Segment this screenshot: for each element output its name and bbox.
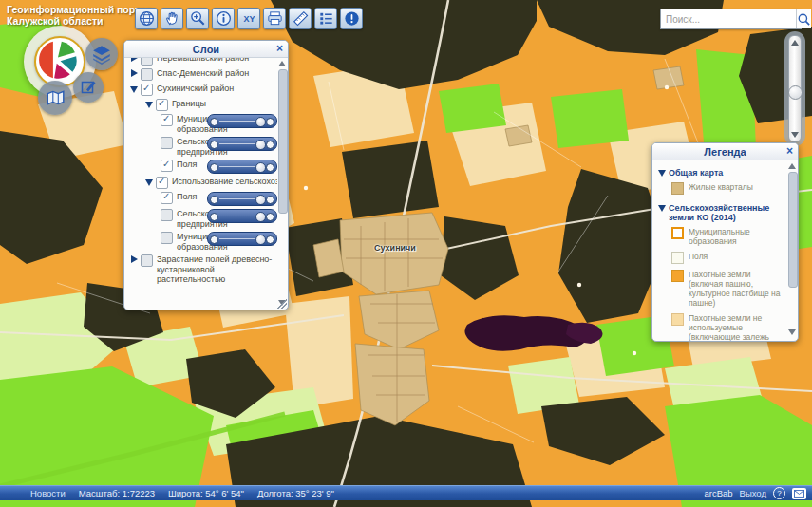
layers-close-icon[interactable]: × (276, 42, 283, 56)
opacity-slider[interactable] (207, 137, 277, 151)
layer-checkbox[interactable] (161, 137, 173, 149)
slider-min-button[interactable] (210, 235, 218, 244)
opacity-slider[interactable] (207, 160, 277, 174)
slider-max-button[interactable] (266, 213, 274, 221)
overview-globe-button[interactable] (135, 8, 158, 29)
search-icon (797, 12, 811, 27)
layer-checkbox[interactable] (141, 84, 153, 96)
scrollbar-thumb[interactable] (788, 172, 798, 288)
print-button[interactable] (263, 8, 286, 29)
legend-close-icon[interactable]: × (786, 144, 793, 159)
xy-coordinates-button[interactable]: XY (237, 8, 260, 29)
zoom-slider[interactable] (788, 35, 802, 142)
pan-button[interactable] (161, 8, 183, 29)
collapse-arrow-icon[interactable] (145, 178, 153, 186)
slider-min-button[interactable] (210, 163, 218, 172)
layer-checkbox[interactable] (161, 160, 173, 172)
expand-arrow-icon[interactable] (130, 255, 138, 264)
layer-checkbox[interactable] (141, 68, 153, 81)
slider-thumb[interactable] (255, 195, 266, 205)
alerts-button[interactable] (340, 8, 363, 29)
legend-scrollbar[interactable] (787, 161, 797, 337)
layer-row-fields-2[interactable]: Поля (128, 192, 277, 206)
collapse-arrow-icon (658, 168, 666, 177)
layer-row-agri-enterprises-2[interactable]: Сельскохозяйственные предприятия (128, 209, 277, 229)
legend-list-button[interactable] (314, 8, 337, 29)
opacity-slider[interactable] (207, 114, 277, 128)
slider-max-button[interactable] (266, 141, 274, 149)
help-icon[interactable]: ? (773, 487, 785, 499)
slider-thumb[interactable] (255, 140, 266, 150)
layer-checkbox[interactable] (156, 99, 168, 111)
scrollbar-thumb[interactable] (278, 69, 288, 214)
search-input[interactable] (661, 9, 796, 28)
legend-section-agri[interactable]: Сельскохозяйственные земли КО (2014) (658, 203, 785, 223)
layers-panel-title: Слои (124, 44, 288, 55)
layer-row-sukhinichi[interactable]: Сухиничский район (128, 84, 277, 96)
logout-link[interactable]: Выход (740, 488, 766, 498)
slider-max-button[interactable] (266, 163, 274, 172)
layer-checkbox[interactable] (141, 58, 153, 66)
slider-max-button[interactable] (266, 118, 274, 126)
search-button[interactable] (796, 9, 811, 28)
opacity-slider[interactable] (207, 209, 277, 223)
layers-panel-titlebar[interactable]: Слои × (124, 41, 288, 58)
printer-icon (266, 9, 284, 28)
slider-min-button[interactable] (210, 196, 218, 204)
collapse-arrow-icon[interactable] (130, 84, 138, 93)
zoom-slider-knob[interactable] (788, 85, 803, 100)
slider-max-button[interactable] (266, 235, 274, 244)
layer-row-municipal[interactable]: Муниципальные образования (128, 114, 277, 134)
layer-row-peremyshl[interactable]: Перемышльский район (128, 58, 277, 66)
collapse-arrow-icon[interactable] (145, 100, 153, 108)
layer-row-land-use[interactable]: Использование сельскохозяйственных (128, 177, 277, 189)
layer-row-borders[interactable]: Границы (128, 99, 277, 111)
slider-min-button[interactable] (210, 213, 218, 221)
scroll-up-arrow-icon[interactable] (278, 61, 286, 66)
mail-icon[interactable] (792, 488, 806, 499)
opacity-slider[interactable] (207, 192, 277, 206)
slider-thumb[interactable] (255, 212, 266, 222)
news-link[interactable]: Новости (30, 488, 66, 498)
layer-row-fields[interactable]: Поля (128, 160, 277, 174)
scroll-up-arrow-icon[interactable] (788, 163, 796, 169)
layer-checkbox[interactable] (161, 232, 173, 244)
expand-arrow-icon[interactable] (130, 58, 138, 63)
layer-row-spas-demensk[interactable]: Спас-Деменский район (128, 68, 277, 81)
scroll-down-arrow-icon[interactable] (788, 329, 796, 335)
slider-thumb[interactable] (255, 117, 266, 127)
opacity-slider[interactable] (207, 232, 277, 246)
layer-checkbox[interactable] (161, 192, 173, 204)
layer-row-municipal-2[interactable]: Муниципальные образования (128, 232, 277, 252)
slider-min-button[interactable] (210, 141, 218, 149)
layer-checkbox[interactable] (161, 209, 173, 221)
layer-checkbox[interactable] (161, 114, 173, 126)
app-title-line1: Геоинформационный портал (7, 4, 152, 15)
layer-row-agri-enterprises[interactable]: Сельскохозяйственные предприятия (128, 137, 277, 157)
expand-arrow-icon[interactable] (130, 69, 138, 78)
legend-section-general[interactable]: Общая карта (658, 168, 785, 178)
layer-row-overgrowth[interactable]: Зарастание полей древесно-кустарниковой … (128, 254, 277, 285)
layer-checkbox[interactable] (156, 177, 168, 189)
legend-panel-titlebar[interactable]: Легенда × (652, 143, 798, 160)
layers-scrollbar[interactable] (277, 59, 287, 308)
layer-checkbox[interactable] (141, 254, 153, 267)
street-map-button[interactable] (38, 81, 72, 115)
street-map-icon (45, 87, 66, 108)
legend-item-arable-unused: Пахотные земли не используемые (включающ… (671, 313, 785, 342)
slider-max-button[interactable] (266, 196, 274, 204)
app-title: Геоинформационный портал Калужской облас… (7, 4, 152, 27)
legend-panel-title: Легенда (652, 146, 798, 158)
identify-button[interactable] (212, 8, 235, 29)
legend-swatch (671, 227, 684, 239)
zoom-tool-button[interactable] (186, 8, 209, 29)
zoom-in-arrow-icon[interactable] (791, 40, 799, 46)
measure-button[interactable] (289, 8, 312, 29)
zoom-out-arrow-icon[interactable] (791, 132, 799, 138)
slider-min-button[interactable] (210, 118, 218, 126)
edit-menu-button[interactable] (73, 72, 104, 103)
layers-menu-button[interactable] (85, 38, 118, 70)
slider-thumb[interactable] (255, 162, 266, 173)
layers-resize-grip[interactable] (277, 299, 287, 309)
slider-thumb[interactable] (255, 235, 266, 245)
